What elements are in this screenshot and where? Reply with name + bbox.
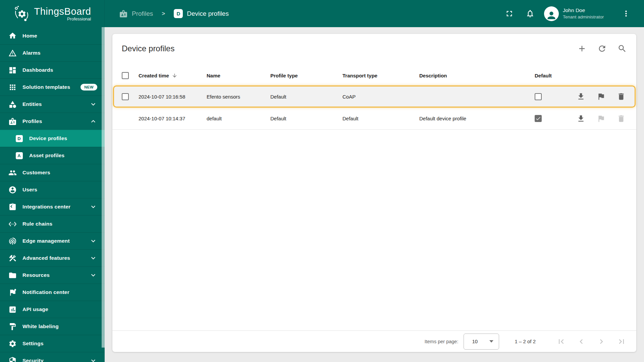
search-button[interactable] — [615, 42, 629, 55]
sidebar-item-dashboards[interactable]: Dashboards — [0, 61, 105, 78]
sidebar-item-users[interactable]: Users — [0, 181, 105, 198]
gear-icon — [8, 339, 17, 348]
cell-profile-type: Default — [270, 116, 342, 121]
sidebar-item-customers[interactable]: Customers — [0, 164, 105, 181]
main-content: Device profiles Created time — [105, 27, 644, 362]
refresh-icon — [597, 44, 607, 53]
sidebar-item-entities[interactable]: Entities — [0, 96, 105, 113]
first-page-button[interactable] — [554, 334, 569, 349]
sidebar: Home Alarms Dashboards Solution template… — [0, 27, 105, 362]
sidebar-item-edge-management[interactable]: Edge management — [0, 232, 105, 249]
cell-profile-type: Default — [270, 94, 342, 100]
asset-profiles-letter-icon: A — [15, 151, 23, 160]
breadcrumb-parent[interactable]: Profiles — [132, 10, 153, 17]
sidebar-item-api-usage[interactable]: API usage — [0, 301, 105, 318]
row-select-checkbox[interactable] — [122, 93, 129, 100]
column-header-profile-type[interactable]: Profile type — [270, 73, 342, 78]
table-toolbar — [575, 42, 629, 55]
set-default-button[interactable] — [595, 91, 607, 102]
sidebar-item-integrations-center[interactable]: Integrations center — [0, 198, 105, 215]
export-profile-button[interactable] — [575, 91, 587, 102]
page-range-label: 1 – 2 of 2 — [515, 339, 536, 344]
device-profiles-letter-icon: D — [15, 134, 23, 143]
sidebar-item-notification-center[interactable]: Notification center — [0, 284, 105, 301]
items-per-page-label: Items per page: — [425, 339, 459, 344]
brand-name: ThingsBoard — [34, 6, 91, 17]
sidebar-item-home[interactable]: Home — [0, 27, 105, 44]
person-icon — [546, 10, 557, 21]
sidebar-item-resources[interactable]: Resources — [0, 266, 105, 284]
previous-page-button[interactable] — [574, 334, 589, 349]
dashboard-icon — [8, 66, 17, 74]
delete-profile-button[interactable] — [615, 91, 627, 102]
last-page-button[interactable] — [614, 334, 629, 349]
apps-grid-icon — [8, 83, 17, 92]
sidebar-item-alarms[interactable]: Alarms — [0, 44, 105, 61]
last-page-icon — [617, 337, 626, 346]
download-icon — [577, 114, 585, 123]
sidebar-item-asset-profiles[interactable]: A Asset profiles — [0, 147, 105, 164]
sidebar-item-rule-chains[interactable]: Rule chains — [0, 215, 105, 232]
paint-roller-icon — [8, 322, 17, 331]
user-role: Tenant administrator — [563, 14, 612, 20]
cell-name: Efento sensors — [207, 94, 270, 100]
refresh-button[interactable] — [595, 42, 609, 55]
pager-buttons — [554, 334, 629, 349]
chevron-left-icon — [577, 337, 586, 346]
delete-profile-button — [615, 113, 627, 124]
new-badge: NEW — [80, 84, 97, 90]
more-menu-button[interactable] — [619, 7, 633, 20]
items-per-page-select[interactable]: 10 — [464, 334, 499, 350]
home-icon — [8, 32, 17, 40]
column-header-transport-type[interactable]: Transport type — [342, 73, 419, 78]
notifications-button[interactable] — [523, 7, 537, 20]
sidebar-item-advanced-features[interactable]: Advanced features — [0, 249, 105, 266]
paginator: Items per page: 10 1 – 2 of 2 — [112, 330, 636, 352]
first-page-icon — [556, 337, 566, 346]
sidebar-item-white-labeling[interactable]: White labeling — [0, 318, 105, 335]
cell-description: Default device profile — [419, 116, 535, 121]
fullscreen-button[interactable] — [502, 7, 516, 20]
column-header-name[interactable]: Name — [207, 73, 270, 78]
user-avatar[interactable] — [544, 6, 559, 21]
export-profile-button[interactable] — [575, 113, 587, 124]
brand-logo[interactable]: ThingsBoard Professional — [0, 0, 105, 27]
table-empty-area — [112, 130, 636, 330]
badge-icon — [119, 9, 128, 18]
settings-ethernet-icon — [8, 220, 17, 228]
sidebar-item-settings[interactable]: Settings — [0, 335, 105, 352]
sidebar-item-device-profiles[interactable]: D Device profiles — [0, 130, 105, 147]
flag-icon — [597, 92, 605, 101]
sidebar-item-security[interactable]: Security — [0, 352, 105, 362]
default-checkbox — [535, 115, 542, 122]
device-profile-letter-icon: D — [174, 9, 183, 18]
wifi-tethering-icon — [8, 237, 17, 245]
cell-created-time: 2024-10-07 10:14:37 — [139, 116, 207, 121]
notification-flag-icon — [8, 288, 17, 297]
topbar-actions: John Doe Tenant administrator — [502, 6, 644, 21]
sidebar-item-profiles[interactable]: Profiles — [0, 113, 105, 130]
chevron-down-icon — [89, 100, 97, 108]
row-actions — [570, 91, 627, 102]
table-row[interactable]: 2024-10-07 10:14:37 default Default Defa… — [112, 108, 636, 130]
column-header-description[interactable]: Description — [419, 73, 535, 78]
chevron-down-icon — [89, 357, 97, 362]
integration-icon — [8, 202, 17, 211]
column-header-created-time[interactable]: Created time — [139, 73, 207, 78]
chevron-up-icon — [89, 117, 97, 125]
default-checkbox[interactable] — [535, 93, 542, 100]
select-all-checkbox[interactable] — [122, 72, 129, 79]
user-info[interactable]: John Doe Tenant administrator — [563, 7, 612, 20]
user-name: John Doe — [563, 7, 612, 14]
flag-icon — [597, 114, 605, 123]
add-device-profile-button[interactable] — [575, 42, 589, 55]
table-row[interactable]: 2024-10-07 10:16:58 Efento sensors Defau… — [113, 85, 636, 108]
set-default-button — [595, 113, 607, 124]
next-page-button[interactable] — [594, 334, 609, 349]
sidebar-item-solution-templates[interactable]: Solution templates NEW — [0, 78, 105, 96]
column-header-default[interactable]: Default — [535, 73, 570, 78]
trash-icon — [617, 92, 626, 101]
sidebar-scrollbar[interactable] — [102, 27, 105, 348]
kebab-menu-icon — [622, 9, 631, 18]
table-header-row: Created time Name Profile type Transport… — [112, 67, 636, 83]
